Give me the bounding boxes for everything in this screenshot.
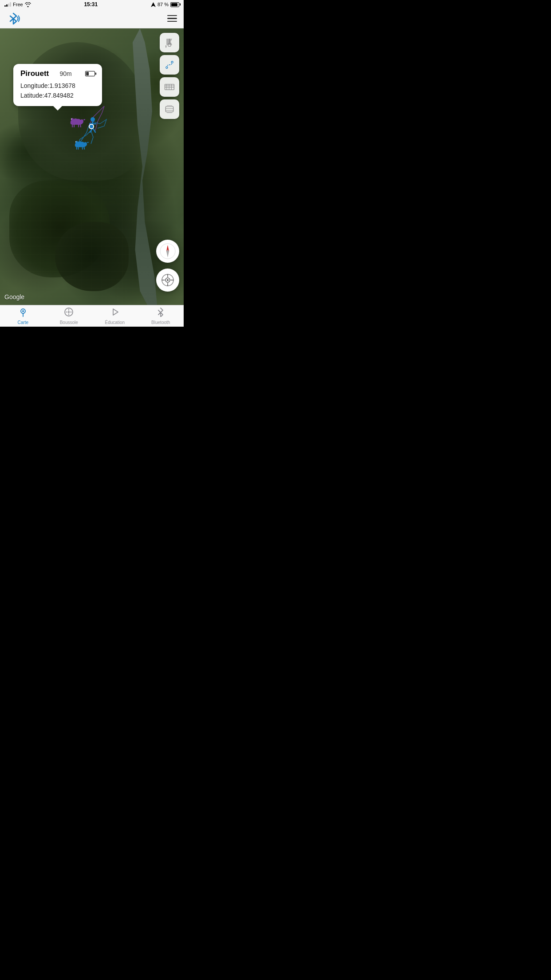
app-header [0, 9, 184, 28]
flag-button[interactable] [160, 33, 179, 52]
tab-carte[interactable]: Carte [0, 305, 46, 327]
tab-carte-label: Carte [18, 320, 28, 325]
bluetooth-header-icon [7, 12, 20, 25]
location-arrow-icon [151, 2, 156, 7]
popup-latitude: Latitude:47.849482 [20, 91, 95, 100]
menu-button[interactable] [167, 15, 177, 22]
svg-point-0 [71, 118, 74, 121]
dog-icon-purple [69, 115, 86, 131]
my-location-button[interactable] [156, 269, 179, 292]
tab-bluetooth[interactable]: Bluetooth [138, 305, 184, 327]
dog-icon-blue [73, 137, 89, 154]
svg-rect-18 [165, 107, 173, 112]
status-right: 87 % [151, 2, 179, 7]
svg-point-11 [172, 62, 173, 63]
svg-rect-12 [165, 84, 174, 90]
tab-boussole-label: Boussole [60, 320, 78, 325]
svg-point-4 [91, 117, 95, 122]
map-view[interactable]: Pirouett 90m Longitude:1.913678 Latitude… [0, 28, 184, 305]
tab-bluetooth-icon [156, 307, 165, 319]
layers-button[interactable] [160, 99, 179, 119]
svg-point-1 [71, 119, 72, 119]
battery-percent: 87 % [157, 2, 169, 7]
popup-longitude: Longitude:1.913678 [20, 81, 95, 91]
menu-line-2 [167, 18, 177, 19]
tab-carte-icon [18, 307, 28, 319]
svg-point-2 [75, 141, 78, 144]
tab-education-icon [110, 307, 120, 319]
popup-coords: Longitude:1.913678 Latitude:47.849482 [20, 81, 95, 101]
tab-boussole-icon [64, 307, 74, 319]
svg-rect-19 [167, 105, 172, 107]
popup-dog-name: Pirouett [20, 69, 49, 78]
battery-icon [170, 2, 179, 7]
status-bar: Free 15:31 87 % [0, 0, 184, 9]
svg-rect-20 [167, 112, 172, 113]
location-dot [89, 124, 94, 129]
google-watermark: Google [4, 293, 24, 300]
tab-boussole[interactable]: Boussole [46, 305, 92, 327]
tab-bluetooth-label: Bluetooth [151, 320, 170, 325]
signal-icon [4, 2, 11, 7]
menu-line-1 [167, 15, 177, 16]
tab-education-label: Éducation [105, 320, 125, 325]
svg-point-40 [68, 311, 70, 313]
svg-marker-41 [113, 309, 118, 315]
compass-button[interactable] [156, 240, 179, 263]
svg-point-34 [22, 310, 24, 312]
wifi-icon [25, 2, 31, 7]
svg-point-3 [75, 142, 76, 142]
svg-point-10 [166, 67, 168, 68]
popup-header: Pirouett 90m [20, 69, 95, 78]
popup-distance: 90m [60, 70, 72, 77]
svg-rect-5 [165, 45, 166, 47]
tab-bar: Carte Boussole Éducation [0, 305, 184, 327]
status-time: 15:31 [84, 1, 98, 8]
status-left: Free [4, 2, 31, 7]
popup-battery [85, 71, 95, 76]
carrier-label: Free [13, 2, 23, 7]
menu-line-3 [167, 21, 177, 22]
svg-point-32 [167, 279, 169, 281]
tab-education[interactable]: Éducation [92, 305, 138, 327]
map-side-buttons [160, 33, 179, 119]
fence-button[interactable] [160, 77, 179, 97]
dog-info-popup[interactable]: Pirouett 90m Longitude:1.913678 Latitude… [13, 64, 102, 106]
route-button[interactable] [160, 55, 179, 75]
